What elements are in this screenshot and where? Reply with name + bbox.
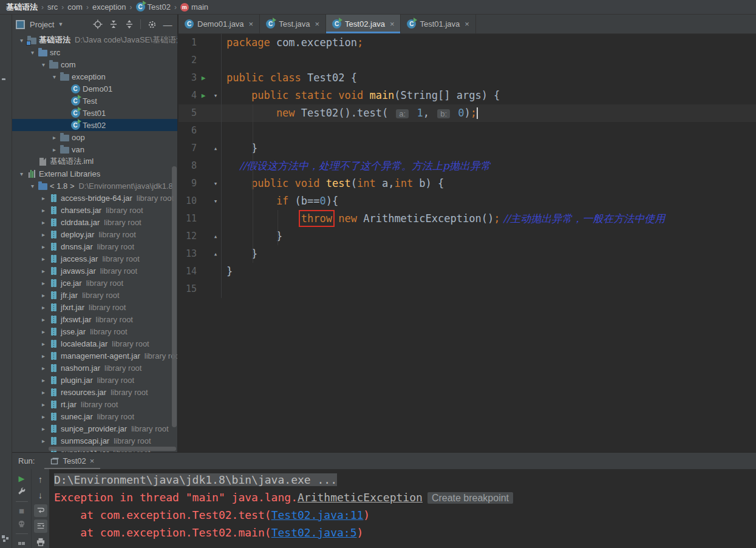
collapse-all-icon[interactable] [107, 18, 120, 30]
scroll-to-end-icon[interactable] [34, 519, 47, 533]
stack-frame-link[interactable]: Test02.java:11 [271, 509, 364, 521]
settings-wrench-icon[interactable] [15, 486, 29, 497]
chevron-collapsed-icon[interactable]: ▸ [39, 377, 48, 384]
breadcrumb-item-exception[interactable]: exception [91, 2, 128, 12]
soft-wrap-icon[interactable] [34, 504, 47, 518]
chevron-collapsed-icon[interactable]: ▸ [39, 365, 48, 371]
chevron-collapsed-icon[interactable]: ▸ [39, 292, 48, 299]
tree-row-External Libraries[interactable]: ▾External Libraries [12, 167, 178, 180]
chevron-collapsed-icon[interactable]: ▸ [39, 401, 48, 408]
exception-class-link[interactable]: ArithmeticException [298, 491, 423, 504]
tree-row-jaccess.jar[interactable]: ▸jaccess.jarlibrary root [12, 252, 178, 265]
tree-row-exception[interactable]: ▾exception [12, 70, 178, 83]
close-icon[interactable]: × [465, 19, 469, 29]
next-occurrence-icon[interactable]: ↓ [34, 489, 47, 502]
tree-row-com[interactable]: ▾com [12, 58, 178, 70]
project-vertical-scrollbar[interactable] [172, 166, 177, 427]
chevron-collapsed-icon[interactable]: ▸ [39, 389, 48, 396]
chevron-collapsed-icon[interactable]: ▸ [39, 438, 48, 444]
tree-row-rt.jar[interactable]: ▸rt.jarlibrary root [12, 398, 178, 410]
code-editor[interactable]: 1package com.exception;23▶public class T… [179, 34, 756, 452]
editor-tab-Test02.java[interactable]: CTest02.java× [326, 15, 401, 33]
build-icon[interactable] [15, 538, 29, 548]
tree-row-van[interactable]: ▸van [12, 143, 178, 155]
tree-row-nashorn.jar[interactable]: ▸nashorn.jarlibrary root [12, 362, 178, 374]
chevron-expanded-icon[interactable]: ▾ [28, 183, 37, 189]
tree-row-Test01[interactable]: CTest01 [12, 107, 178, 119]
project-horizontal-scrollbar[interactable] [49, 447, 176, 451]
breadcrumb-item-src[interactable]: src [46, 2, 59, 12]
tree-row-jfr.jar[interactable]: ▸jfr.jarlibrary root [12, 289, 178, 301]
close-icon[interactable]: × [90, 456, 95, 465]
chevron-collapsed-icon[interactable]: ▸ [39, 243, 48, 250]
close-icon[interactable]: × [315, 19, 320, 29]
tree-row-dnsns.jar[interactable]: ▸dnsns.jarlibrary root [12, 240, 178, 252]
chevron-collapsed-icon[interactable]: ▸ [39, 268, 48, 274]
tree-row-localedata.jar[interactable]: ▸localedata.jarlibrary root [12, 337, 178, 350]
run-gutter-icon[interactable]: ▶ [197, 87, 210, 104]
tool-button-structure[interactable]: Structure [0, 499, 12, 533]
chevron-collapsed-icon[interactable]: ▸ [39, 328, 48, 335]
tree-row-charsets.jar[interactable]: ▸charsets.jarlibrary root [12, 204, 178, 216]
tree-row-< 1.8 >[interactable]: ▾< 1.8 >D:\Environment\java\jdk1.8 [12, 180, 178, 192]
run-tab-test02[interactable]: Test02 × [48, 453, 97, 469]
stop-button[interactable]: ■ [15, 505, 29, 516]
chevron-expanded-icon[interactable]: ▾ [17, 37, 26, 44]
fold-end-icon[interactable]: ▴ [210, 140, 221, 157]
chevron-expanded-icon[interactable]: ▾ [17, 171, 26, 177]
prev-occurrence-icon[interactable]: ↑ [34, 473, 47, 486]
chevron-collapsed-icon[interactable]: ▸ [39, 219, 48, 226]
tree-row-jfxswt.jar[interactable]: ▸jfxswt.jarlibrary root [12, 313, 178, 325]
tree-row-oop[interactable]: ▸oop [12, 131, 178, 143]
tree-row-jsse.jar[interactable]: ▸jsse.jarlibrary root [12, 325, 178, 337]
fold-open-icon[interactable]: ▾ [210, 175, 221, 192]
run-gutter-icon[interactable]: ▶ [197, 69, 210, 87]
structure-blocks-icon[interactable] [2, 535, 9, 543]
chevron-collapsed-icon[interactable]: ▸ [39, 340, 48, 347]
fold-open-icon[interactable]: ▾ [210, 192, 221, 210]
chevron-collapsed-icon[interactable]: ▸ [39, 353, 48, 359]
tree-row-cldrdata.jar[interactable]: ▸cldrdata.jarlibrary root [12, 216, 178, 228]
tree-row-sunjce_provider.jar[interactable]: ▸sunjce_provider.jarlibrary root [12, 422, 178, 435]
hide-panel-icon[interactable]: — [162, 18, 174, 30]
chevron-down-icon[interactable]: ▼ [58, 21, 63, 27]
expand-all-icon[interactable] [123, 18, 135, 30]
locate-file-icon[interactable] [92, 18, 104, 30]
fold-end-icon[interactable]: ▴ [210, 228, 221, 245]
tree-row-jfxrt.jar[interactable]: ▸jfxrt.jarlibrary root [12, 301, 178, 313]
chevron-collapsed-icon[interactable]: ▸ [39, 231, 48, 238]
chevron-collapsed-icon[interactable]: ▸ [39, 413, 48, 420]
tree-row-Test[interactable]: CTest [12, 95, 178, 107]
tree-row-sunmscapi.jar[interactable]: ▸sunmscapi.jarlibrary root [12, 435, 178, 447]
breadcrumb-item-com[interactable]: com [66, 2, 84, 12]
breadcrumb-item-main[interactable]: mmain [179, 2, 209, 12]
chevron-collapsed-icon[interactable]: ▸ [39, 195, 48, 201]
tree-row-基础语法.iml[interactable]: 基础语法.iml [12, 155, 178, 167]
chevron-collapsed-icon[interactable]: ▸ [39, 255, 48, 262]
chevron-collapsed-icon[interactable]: ▸ [39, 304, 48, 311]
editor-tab-Test.java[interactable]: CTest.java× [260, 15, 326, 33]
tool-button-project[interactable]: Project [0, 36, 12, 73]
tree-row-plugin.jar[interactable]: ▸plugin.jarlibrary root [12, 374, 178, 386]
tree-row-javaws.jar[interactable]: ▸javaws.jarlibrary root [12, 265, 178, 277]
gear-icon[interactable] [146, 18, 158, 30]
project-panel-title[interactable]: Project [30, 20, 54, 29]
tree-row-access-bridge-64.jar[interactable]: ▸access-bridge-64.jarlibrary root [12, 192, 178, 204]
print-icon[interactable] [34, 535, 47, 548]
chevron-collapsed-icon[interactable]: ▸ [50, 146, 59, 153]
chevron-collapsed-icon[interactable]: ▸ [39, 316, 48, 323]
tree-row-Demo01[interactable]: CDemo01 [12, 83, 178, 95]
create-breakpoint-hint[interactable]: Create breakpoint [427, 492, 513, 504]
console-output[interactable]: D:\Environment\java\jdk1.8\bin\java.exe … [49, 469, 756, 548]
tree-row-基础语法[interactable]: ▾基础语法D:\Java code\JavaSE\基础语法 [12, 34, 178, 46]
chevron-expanded-icon[interactable]: ▾ [28, 49, 37, 56]
fold-end-icon[interactable]: ▴ [210, 245, 221, 263]
tree-row-management-agent.jar[interactable]: ▸management-agent.jarlibrary root [12, 350, 178, 362]
chevron-collapsed-icon[interactable]: ▸ [39, 280, 48, 286]
breadcrumb-item-基础语法[interactable]: 基础语法 [5, 2, 39, 13]
chevron-collapsed-icon[interactable]: ▸ [50, 134, 59, 141]
close-icon[interactable]: × [390, 19, 395, 29]
editor-tab-Demo01.java[interactable]: CDemo01.java× [179, 15, 260, 33]
chevron-collapsed-icon[interactable]: ▸ [39, 207, 48, 214]
chevron-expanded-icon[interactable]: ▾ [50, 73, 59, 80]
